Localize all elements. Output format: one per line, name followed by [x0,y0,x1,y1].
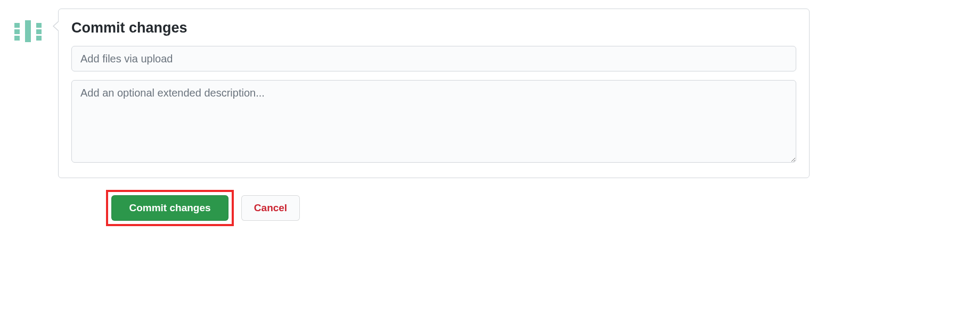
commit-box-wrapper: Commit changes Commit changes Cancel [58,9,810,226]
cancel-button[interactable]: Cancel [241,195,300,221]
svg-rect-1 [25,20,31,42]
commit-description-textarea[interactable] [71,80,796,163]
svg-rect-4 [14,29,20,34]
commit-box: Commit changes [58,9,810,178]
commit-summary-input[interactable] [71,46,796,71]
svg-rect-2 [14,23,20,28]
svg-rect-3 [36,23,42,28]
svg-rect-5 [36,29,42,34]
svg-rect-7 [36,36,42,41]
svg-rect-6 [14,36,20,41]
avatar [11,14,45,49]
identicon-icon [11,14,45,49]
highlight-annotation: Commit changes [106,190,234,226]
button-row: Commit changes Cancel [106,190,810,226]
commit-heading: Commit changes [71,20,796,36]
commit-form-container: Commit changes Commit changes Cancel [0,9,980,226]
commit-changes-button[interactable]: Commit changes [111,195,228,221]
